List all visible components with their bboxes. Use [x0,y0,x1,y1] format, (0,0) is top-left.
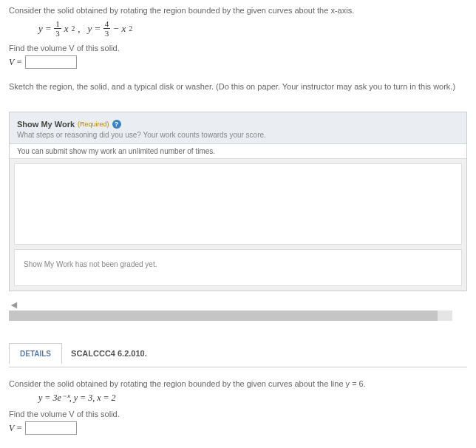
problem-1-prompt: Consider the solid obtained by rotating … [9,6,467,15]
problem-2-equations: y = 3e⁻ˣ, y = 3, x = 2 [38,393,467,404]
answer-row-1: V = [9,55,467,69]
problem-2: Consider the solid obtained by rotating … [0,373,476,448]
section-code: SCALCCC4 6.2.010. [62,343,156,364]
problem-1: Consider the solid obtained by rotating … [0,0,476,104]
show-my-work-panel: Show My Work (Required) ? What steps or … [9,112,467,291]
sketch-instruction-1: Sketch the region, the solid, and a typi… [9,82,467,91]
v-label-1: V = [9,57,22,68]
v-label-2: V = [9,423,22,434]
help-icon[interactable]: ? [112,120,121,129]
work-status-box: Show My Work has not been graded yet. [14,249,462,286]
section-rule [9,367,467,367]
work-title-row: Show My Work (Required) ? [17,120,121,129]
scrollbar-thumb[interactable] [9,310,438,321]
horizontal-scroller: ◄ [9,299,467,321]
scroll-left-icon[interactable]: ◄ [9,299,19,310]
work-header: Show My Work (Required) ? What steps or … [10,112,466,144]
work-required-label: (Required) [78,121,109,128]
volume-input-2[interactable] [25,421,77,435]
work-note: You can submit show my work an unlimited… [10,144,466,159]
find-volume-1: Find the volume V of this solid. [9,44,467,52]
details-button[interactable]: DETAILS [9,343,62,364]
find-volume-2: Find the volume V of this solid. [9,410,467,418]
answer-row-2: V = [9,421,467,435]
scrollbar-track[interactable] [9,310,452,321]
work-body-area[interactable] [14,163,462,245]
problem-2-prompt: Consider the solid obtained by rotating … [9,379,467,388]
work-subtitle: What steps or reasoning did you use? You… [17,131,459,139]
work-title-text: Show My Work [17,120,75,129]
section-header-2: DETAILS SCALCCC4 6.2.010. [9,343,467,364]
problem-1-equations: y= 13 x2, y= 43 −x2 [38,19,467,38]
volume-input-1[interactable] [25,55,77,69]
work-status-text: Show My Work has not been graded yet. [24,260,157,268]
